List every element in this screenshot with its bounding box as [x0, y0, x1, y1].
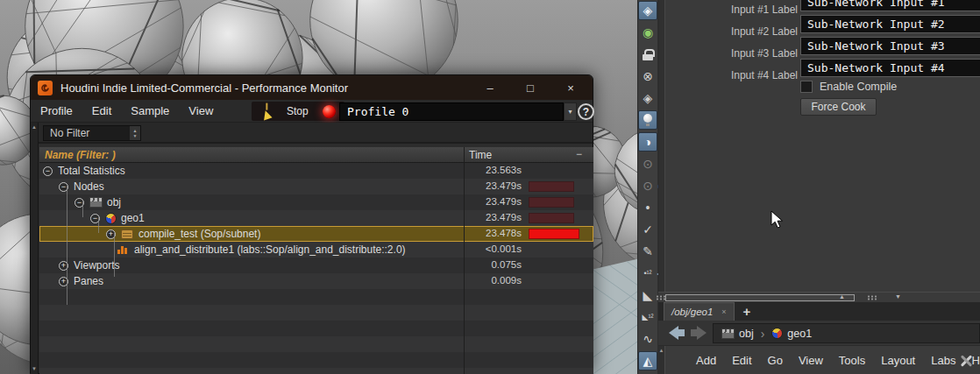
panel-scrollbar[interactable]	[659, 0, 665, 292]
row-time: 23.479s	[464, 212, 522, 222]
column-header-time[interactable]: Time	[469, 149, 492, 161]
empty-row	[39, 336, 593, 352]
row-content: +compile_test (Sop/subnet)	[106, 226, 260, 242]
profile-dropdown-arrow-icon[interactable]: ▾	[564, 102, 577, 121]
breadcrumb-objdir-icon	[721, 328, 735, 339]
menu-sample[interactable]: Sample	[121, 104, 179, 117]
point-numbers-icon[interactable]: •¹²	[638, 264, 657, 283]
lock-icon[interactable]	[638, 45, 657, 64]
tree-line	[98, 217, 99, 233]
headlight-bulb-icon[interactable]	[638, 110, 657, 130]
divider-up-arrow-icon[interactable]: ▲	[839, 293, 845, 300]
curve-profile-icon[interactable]: ∿	[638, 329, 657, 349]
parameter-panel: Input #1 LabelSub-Network Input #1Input …	[658, 0, 980, 292]
collapse-column-icon[interactable]: −	[576, 148, 582, 160]
menu-items: ProfileEditSampleView	[31, 104, 223, 117]
netmenu-go[interactable]: Go	[760, 354, 791, 367]
empty-row	[39, 305, 593, 321]
row-label: Total Statistics	[58, 165, 125, 177]
table-row[interactable]: +Viewports0.075s	[39, 258, 593, 273]
stop-button[interactable]: Stop	[278, 105, 317, 117]
divider-down-arrow-icon[interactable]: ▼	[895, 293, 901, 300]
param-input-field[interactable]: Sub-Network Input #3	[800, 37, 980, 55]
markup-pen-icon[interactable]: ✎	[638, 242, 657, 261]
netmenu-view[interactable]: View	[791, 354, 831, 367]
menu-profile[interactable]: Profile	[31, 104, 82, 117]
smooth-shading-ball-icon[interactable]: ◑	[638, 132, 657, 152]
lock-icon	[643, 49, 653, 60]
new-tab-button[interactable]: +	[739, 304, 755, 319]
forward-arrow-icon[interactable]	[697, 326, 707, 340]
window-titlebar[interactable]: Houdini Indie Limited-Commercial - Perfo…	[31, 75, 593, 100]
netmenu-labs[interactable]: Labs	[923, 354, 963, 367]
filter-select[interactable]: No Filter ▲▼	[43, 125, 141, 141]
table-row[interactable]: −Total Statistics23.563s	[39, 163, 593, 179]
column-divider[interactable]	[464, 147, 465, 374]
menu-edit[interactable]: Edit	[82, 104, 121, 117]
clear-profile-broom-icon[interactable]	[255, 102, 278, 120]
empty-row	[39, 368, 593, 374]
window-title: Houdini Indie Limited-Commercial - Perfo…	[60, 81, 348, 95]
close-button[interactable]: ×	[556, 78, 586, 97]
netmenu-tools[interactable]: Tools	[831, 354, 873, 367]
table-row[interactable]: −Nodes23.479s	[39, 179, 593, 194]
row-content: +Panes	[59, 273, 103, 289]
force-cook-button[interactable]: Force Cook	[800, 98, 877, 116]
network-breadcrumb[interactable]: obj›geo1	[713, 323, 980, 343]
breadcrumb-label: obj	[739, 328, 754, 340]
network-nav-bar: obj›geo1	[658, 321, 980, 345]
snapping-options-icon[interactable]: ◉	[638, 23, 657, 42]
performance-monitor-window: Houdini Indie Limited-Commercial - Perfo…	[30, 74, 593, 374]
node-subnet-icon	[121, 229, 133, 239]
breadcrumb-geo1[interactable]: geo1	[771, 328, 812, 340]
pane-divider[interactable]: ▲ ▼	[658, 292, 980, 302]
netmenu-layout[interactable]: Layout	[873, 354, 923, 367]
netmenu-add[interactable]: Add	[688, 354, 724, 367]
selection-mode-icon[interactable]: ◈	[638, 1, 657, 20]
display-prims-icon[interactable]: ◣	[638, 286, 657, 305]
expander-minus-icon[interactable]: −	[43, 166, 53, 176]
tree-line	[67, 186, 67, 305]
filter-spinner-icon[interactable]: ▲▼	[130, 126, 140, 140]
divider-scrollbar[interactable]	[665, 294, 855, 301]
param-input-field[interactable]: Sub-Network Input #2	[800, 15, 980, 33]
menu-scroll-strip[interactable]: ▲	[658, 346, 665, 374]
help-icon[interactable]: ?	[578, 103, 594, 120]
enable-compile-checkbox[interactable]	[800, 81, 813, 93]
row-label: Nodes	[74, 180, 104, 193]
houdini-screen: ◈◉⊗◈◑⊙⊙•✓✎•¹²◣◣¹²∿◭ ▸ ◂ Houdini Indie Li…	[0, 0, 980, 374]
display-points-icon[interactable]: •	[638, 198, 657, 217]
display-cone-icon[interactable]: ◭	[638, 351, 657, 370]
disable-circle-icon[interactable]: ⊗	[638, 67, 657, 86]
table-row[interactable]: +compile_test (Sop/subnet)23.478s	[39, 226, 593, 242]
back-arrow-icon[interactable]	[669, 326, 678, 340]
tab-obj-geo1[interactable]: /obj/geo1 ×	[664, 302, 735, 321]
record-indicator-icon[interactable]	[323, 105, 336, 118]
prim-numbers-icon[interactable]: ◣¹²	[638, 307, 657, 327]
show-guides-eye-icon[interactable]: ⊙	[638, 154, 657, 173]
divider-grip2-icon[interactable]	[867, 295, 877, 300]
show-geo-eye-icon[interactable]: ⊙	[638, 176, 657, 195]
row-label: obj	[107, 196, 121, 208]
param-input-field[interactable]: Sub-Network Input #4	[800, 59, 980, 77]
table-row[interactable]: −geo123.479s	[39, 210, 593, 226]
tools-wrench-icon[interactable]	[959, 354, 973, 368]
breadcrumb-obj[interactable]: obj	[721, 328, 754, 340]
table-row[interactable]: align_and_distribute1 (labs::Sop/align_a…	[39, 242, 593, 258]
netmenu-edit[interactable]: Edit	[724, 354, 759, 367]
column-header-name[interactable]: Name (Filter: )	[45, 149, 116, 161]
left-gutter-scrollbar[interactable]: ▲▼	[31, 123, 39, 374]
param-label: Input #4 Label	[675, 69, 798, 81]
maximize-button[interactable]: □	[515, 78, 545, 97]
menu-view[interactable]: View	[179, 104, 223, 117]
hint-diamond-icon[interactable]: ◈	[638, 88, 657, 108]
table-header[interactable]: Name (Filter: ) Time −	[39, 147, 593, 163]
minimize-button[interactable]: –	[475, 78, 505, 97]
table-row[interactable]: +Panes0.009s	[39, 273, 593, 289]
table-row[interactable]: −obj23.479s	[39, 194, 593, 210]
profile-name-field[interactable]: Profile 0	[339, 102, 564, 121]
param-input-field[interactable]: Sub-Network Input #1	[800, 0, 980, 11]
tab-close-icon[interactable]: ×	[721, 307, 726, 316]
enable-compile-label: Enable Compile	[820, 81, 897, 93]
display-normals-icon[interactable]: ✓	[638, 220, 657, 239]
